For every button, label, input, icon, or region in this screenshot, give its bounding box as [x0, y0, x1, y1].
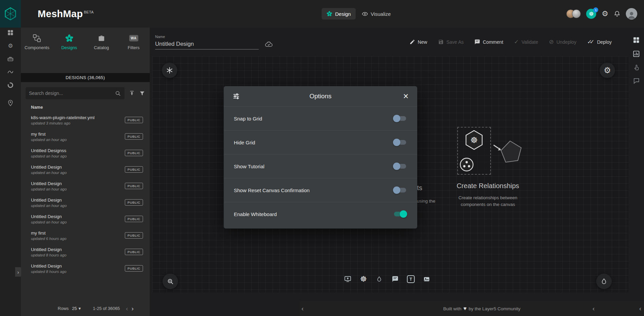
layer5-logo[interactable]: [0, 0, 21, 28]
person-icon: [627, 10, 636, 20]
pagination: Rows 25 ▾ 1-25 of 36065 ‹ ›: [21, 301, 150, 316]
profile-avatar[interactable]: [626, 8, 637, 20]
visibility-badge: PUBLIC: [125, 166, 143, 173]
designs-panel: Components Designs Catalog WA Filters DE…: [21, 28, 150, 316]
tutorial-heading: Create Relationships: [437, 182, 538, 190]
filter-designs-button[interactable]: [139, 91, 145, 96]
pentagon-shape: [491, 136, 525, 170]
option-toggle[interactable]: [393, 139, 407, 146]
ink-drop-icon[interactable]: [374, 274, 384, 284]
touch-mode-icon[interactable]: [633, 64, 640, 71]
extensions-icon[interactable]: [7, 81, 14, 89]
visualize-mode-button[interactable]: Visualize: [362, 11, 391, 17]
heart-icon: ♥: [463, 306, 467, 312]
option-row: Show Reset Canvas Confirmation: [224, 178, 417, 202]
components-dock-icon[interactable]: [633, 36, 640, 44]
kanvas-flower-icon: [326, 11, 332, 17]
app-header: MeshMapBETA Design Visualize ☸ 1: [0, 0, 644, 28]
option-label: Show Reset Canvas Confirmation: [234, 187, 310, 193]
context-count-badge: 1: [593, 7, 598, 12]
comment-icon[interactable]: [390, 274, 400, 284]
import-design-button[interactable]: [129, 90, 135, 96]
performance-icon[interactable]: [7, 68, 14, 76]
search-input[interactable]: [29, 91, 115, 96]
undeploy-icon: ⊘: [549, 39, 554, 45]
visibility-badge: PUBLIC: [125, 265, 143, 272]
text-tool-icon[interactable]: T: [406, 274, 416, 284]
options-list: Snap to Grid Hide Grid Show Tutori: [224, 106, 417, 229]
dashboard-icon[interactable]: [7, 29, 14, 36]
collaborator-avatar[interactable]: [572, 9, 581, 18]
design-row[interactable]: Untitled Design updated 8 hours ago PUBL…: [21, 260, 150, 277]
close-icon[interactable]: ×: [401, 86, 410, 106]
tab-filters[interactable]: WA Filters: [117, 28, 150, 56]
design-name: my first: [31, 231, 125, 236]
ink-drop-fab[interactable]: [596, 274, 612, 289]
drawer-expand-chevron[interactable]: ›: [15, 267, 21, 277]
tab-components[interactable]: Components: [21, 28, 53, 56]
design-name: Untitled Design: [31, 181, 125, 186]
design-name-input[interactable]: [155, 40, 259, 49]
screen-share-icon[interactable]: [343, 274, 353, 284]
presence-avatars: [566, 9, 581, 18]
hexagon-mesh-icon: [4, 7, 16, 21]
design-row[interactable]: my first updated 6 hours ago PUBLIC: [21, 227, 150, 244]
kubernetes-icon[interactable]: ☸: [358, 274, 368, 284]
option-toggle[interactable]: [393, 210, 407, 218]
lifecycle-icon[interactable]: ⚙: [7, 42, 14, 49]
search-icon[interactable]: [115, 90, 121, 97]
mode-switch: Design Visualize: [322, 0, 391, 28]
rows-label: Rows: [58, 306, 69, 311]
dock-collapse-chevron[interactable]: ‹: [591, 301, 597, 316]
design-mode-button[interactable]: Design: [322, 8, 356, 20]
design-row[interactable]: Untitled Design updated an hour ago PUBL…: [21, 194, 150, 211]
metrics-panel-icon[interactable]: [633, 50, 640, 58]
right-panel-chevron[interactable]: ‹: [637, 301, 643, 316]
funnel-icon: [139, 91, 145, 96]
next-page-button[interactable]: ›: [132, 305, 134, 312]
page-title: MeshMapBETA: [38, 8, 94, 20]
upload-icon: [129, 90, 135, 96]
header-right-cluster: ☸ 1 ⚙: [566, 0, 637, 28]
design-row[interactable]: Untitled Design updated an hour ago PUBL…: [21, 178, 150, 194]
modal-title: Options: [224, 93, 417, 100]
design-row[interactable]: my first updated an hour ago PUBLIC: [21, 128, 150, 145]
configuration-icon[interactable]: [7, 55, 14, 63]
name-column-header[interactable]: Name: [21, 99, 150, 112]
prev-page-button[interactable]: ‹: [126, 305, 128, 312]
wasm-icon: WA: [129, 35, 138, 41]
tab-catalog[interactable]: Catalog: [85, 28, 118, 56]
zoom-fab[interactable]: [163, 274, 178, 289]
option-toggle[interactable]: [393, 186, 407, 194]
design-row[interactable]: Untitled Design updated 8 hours ago PUBL…: [21, 244, 150, 260]
kubernetes-context-button[interactable]: ☸ 1: [586, 9, 596, 19]
canvas-settings-fab[interactable]: ⚙: [600, 63, 615, 78]
visibility-badge: PUBLIC: [125, 249, 143, 255]
design-row[interactable]: k8s-wasm-plugin-ratelimiter.yml updated …: [21, 112, 150, 128]
comment-icon: [474, 39, 480, 45]
new-button[interactable]: New: [409, 39, 427, 45]
footer-credit: Built with ♥ by the Layer5 Community: [428, 301, 536, 316]
footer-left-chevron[interactable]: ‹: [299, 301, 306, 316]
notifications-button[interactable]: [614, 10, 620, 17]
undeploy-button[interactable]: ⊘ Undeploy: [549, 39, 576, 45]
media-icon[interactable]: [422, 274, 432, 284]
design-row[interactable]: Untitled Design updated an hour ago PUBL…: [21, 161, 150, 178]
visibility-badge: PUBLIC: [125, 216, 143, 222]
design-name-label: Name: [155, 35, 259, 39]
tab-designs[interactable]: Designs: [53, 28, 85, 56]
map-pin-icon[interactable]: [7, 99, 14, 107]
deploy-button[interactable]: ✓✓ Deploy: [587, 39, 612, 45]
chat-panel-icon[interactable]: [633, 77, 640, 84]
rows-per-page-select[interactable]: 25 ▾: [72, 306, 81, 311]
design-row[interactable]: Untitled Design updated an hour ago PUBL…: [21, 211, 150, 227]
validate-button[interactable]: ✓ Validate: [514, 39, 538, 45]
meshsync-fab[interactable]: [162, 63, 177, 78]
design-updated: updated an hour ago: [31, 187, 125, 191]
option-toggle[interactable]: [393, 163, 407, 170]
comment-button[interactable]: Comment: [474, 39, 503, 45]
design-row[interactable]: Untitled Designss updated an hour ago PU…: [21, 145, 150, 161]
save-as-button[interactable]: Save As: [438, 39, 464, 45]
settings-gear-button[interactable]: ⚙: [602, 10, 608, 17]
option-toggle[interactable]: [393, 115, 407, 122]
